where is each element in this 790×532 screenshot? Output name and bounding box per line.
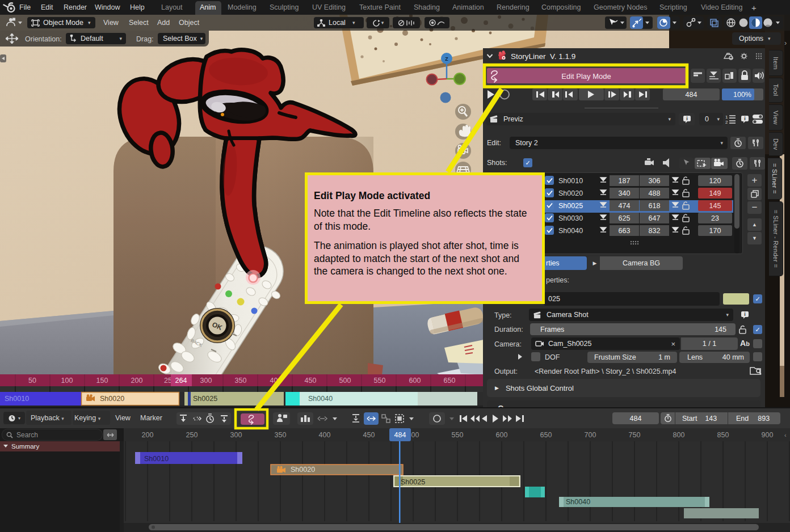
svg-text:Sh0025: Sh0025 <box>558 202 583 210</box>
svg-text:832: 832 <box>649 227 661 235</box>
svg-text:600: 600 <box>409 377 421 385</box>
svg-text:Z: Z <box>445 56 448 62</box>
svg-text:300: 300 <box>230 431 242 439</box>
svg-text:450: 450 <box>305 377 317 385</box>
svg-text:2: 2 <box>725 120 728 124</box>
svg-text:100%: 100% <box>733 91 751 99</box>
svg-text:400: 400 <box>319 431 331 439</box>
svg-text:Sh0010: Sh0010 <box>558 177 583 185</box>
svg-text:340: 340 <box>619 189 631 197</box>
svg-text:Summary: Summary <box>11 443 39 450</box>
svg-text:350: 350 <box>275 431 287 439</box>
svg-text:850: 850 <box>717 431 729 439</box>
svg-text:Sh0040: Sh0040 <box>566 498 590 506</box>
svg-text:Sh0020: Sh0020 <box>558 189 583 197</box>
svg-text:484: 484 <box>686 91 697 99</box>
svg-text:Sh0040: Sh0040 <box>308 395 333 403</box>
svg-text:200: 200 <box>131 377 143 385</box>
svg-text:600: 600 <box>496 431 508 439</box>
svg-text:Sh0025: Sh0025 <box>193 395 217 403</box>
svg-text:350: 350 <box>235 377 247 385</box>
svg-text:Sh0020: Sh0020 <box>291 466 315 474</box>
svg-text:474: 474 <box>619 202 631 210</box>
svg-text:i: i <box>744 311 746 317</box>
svg-text:50: 50 <box>28 377 36 385</box>
svg-text:650: 650 <box>540 431 552 439</box>
svg-text:625: 625 <box>619 214 631 222</box>
svg-text:100: 100 <box>61 377 73 385</box>
svg-text:Sh0010: Sh0010 <box>5 395 29 403</box>
svg-text:1: 1 <box>725 115 728 120</box>
svg-text:Sh0025: Sh0025 <box>401 478 425 486</box>
svg-text:145: 145 <box>709 202 721 210</box>
svg-text:Sh0020: Sh0020 <box>100 395 124 403</box>
svg-text:23: 23 <box>711 214 719 222</box>
svg-text:550: 550 <box>452 431 464 439</box>
svg-text:450: 450 <box>363 431 375 439</box>
svg-text:500: 500 <box>339 377 351 385</box>
svg-text:250: 250 <box>186 431 198 439</box>
svg-text:647: 647 <box>649 214 661 222</box>
svg-text:i: i <box>744 116 746 121</box>
svg-text:25: 25 <box>164 377 172 385</box>
svg-text:170: 170 <box>709 227 721 235</box>
svg-text:750: 750 <box>629 431 641 439</box>
svg-text:800: 800 <box>673 431 685 439</box>
svg-text:150: 150 <box>96 377 108 385</box>
svg-text:200: 200 <box>142 431 154 439</box>
svg-text:264: 264 <box>175 377 187 385</box>
svg-text:Sh0010: Sh0010 <box>144 455 169 463</box>
svg-text:‹: ‹ <box>784 432 787 438</box>
svg-text:187: 187 <box>619 177 631 185</box>
svg-text:618: 618 <box>649 202 661 210</box>
svg-text:400: 400 <box>270 377 282 385</box>
svg-text:488: 488 <box>649 189 661 197</box>
svg-text:650: 650 <box>444 377 456 385</box>
svg-text:306: 306 <box>649 177 661 185</box>
svg-text:484: 484 <box>394 431 406 439</box>
svg-text:120: 120 <box>709 177 721 185</box>
svg-text:i: i <box>686 116 688 121</box>
svg-text:550: 550 <box>374 377 386 385</box>
svg-text:663: 663 <box>619 227 631 235</box>
svg-text:900: 900 <box>762 431 774 439</box>
svg-text:149: 149 <box>709 189 721 197</box>
svg-text:300: 300 <box>200 377 212 385</box>
svg-text:700: 700 <box>585 431 596 439</box>
svg-text:Sh0030: Sh0030 <box>558 214 583 222</box>
svg-text:Sh0040: Sh0040 <box>558 227 583 235</box>
